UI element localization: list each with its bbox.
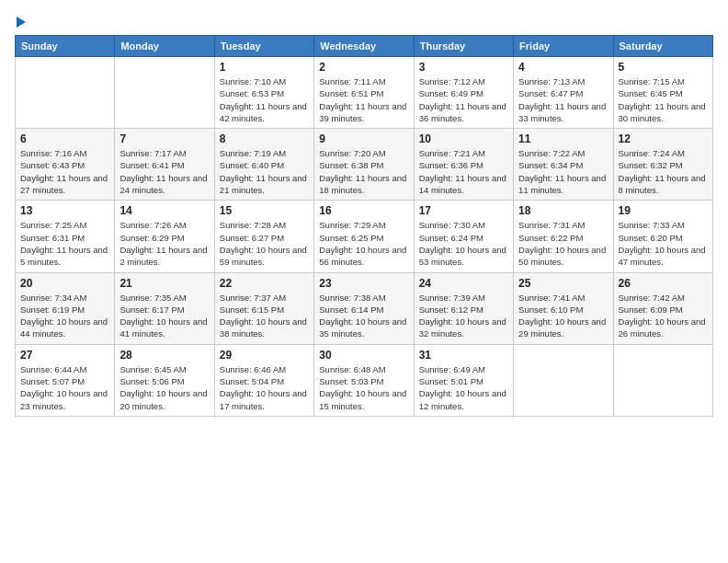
calendar-cell: 18Sunrise: 7:31 AM Sunset: 6:22 PM Dayli…	[514, 201, 613, 272]
calendar-cell: 6Sunrise: 7:16 AM Sunset: 6:43 PM Daylig…	[16, 129, 115, 201]
day-number: 9	[319, 132, 408, 145]
day-info: Sunrise: 7:13 AM Sunset: 6:47 PM Dayligh…	[518, 75, 608, 124]
day-info: Sunrise: 7:12 AM Sunset: 6:49 PM Dayligh…	[419, 75, 508, 124]
day-number: 21	[119, 277, 209, 290]
calendar-cell: 3Sunrise: 7:12 AM Sunset: 6:49 PM Daylig…	[414, 57, 513, 129]
day-info: Sunrise: 7:37 AM Sunset: 6:15 PM Dayligh…	[220, 292, 309, 340]
day-info: Sunrise: 7:21 AM Sunset: 6:36 PM Dayligh…	[419, 147, 508, 196]
calendar-cell: 23Sunrise: 7:38 AM Sunset: 6:14 PM Dayli…	[314, 272, 414, 344]
day-number: 24	[419, 277, 508, 290]
day-number: 31	[419, 349, 508, 362]
calendar-cell: 9Sunrise: 7:20 AM Sunset: 6:38 PM Daylig…	[314, 129, 414, 201]
day-number: 18	[518, 204, 608, 217]
day-info: Sunrise: 7:17 AM Sunset: 6:41 PM Dayligh…	[119, 147, 209, 196]
day-info: Sunrise: 7:38 AM Sunset: 6:14 PM Dayligh…	[319, 292, 408, 340]
calendar-cell: 19Sunrise: 7:33 AM Sunset: 6:20 PM Dayli…	[613, 201, 712, 272]
calendar-cell: 29Sunrise: 6:46 AM Sunset: 5:04 PM Dayli…	[214, 344, 313, 416]
day-info: Sunrise: 7:34 AM Sunset: 6:19 PM Dayligh…	[20, 292, 109, 340]
calendar-cell	[115, 57, 214, 129]
day-info: Sunrise: 7:20 AM Sunset: 6:38 PM Dayligh…	[319, 147, 408, 196]
day-info: Sunrise: 7:16 AM Sunset: 6:43 PM Dayligh…	[20, 147, 109, 196]
calendar-cell	[613, 344, 712, 416]
day-number: 22	[220, 277, 309, 290]
day-info: Sunrise: 6:48 AM Sunset: 5:03 PM Dayligh…	[319, 363, 408, 412]
calendar-header-saturday: Saturday	[613, 36, 712, 57]
calendar-cell: 25Sunrise: 7:41 AM Sunset: 6:10 PM Dayli…	[514, 272, 613, 344]
day-number: 25	[518, 277, 608, 290]
day-number: 13	[20, 204, 109, 217]
day-number: 5	[619, 61, 708, 74]
day-number: 7	[119, 132, 209, 145]
day-number: 19	[619, 204, 708, 217]
calendar-cell: 8Sunrise: 7:19 AM Sunset: 6:40 PM Daylig…	[214, 129, 313, 201]
calendar-header-monday: Monday	[115, 36, 214, 57]
calendar-cell: 4Sunrise: 7:13 AM Sunset: 6:47 PM Daylig…	[514, 57, 613, 129]
calendar-cell: 26Sunrise: 7:42 AM Sunset: 6:09 PM Dayli…	[613, 272, 712, 344]
calendar-cell: 7Sunrise: 7:17 AM Sunset: 6:41 PM Daylig…	[115, 129, 214, 201]
calendar-week-row: 27Sunrise: 6:44 AM Sunset: 5:07 PM Dayli…	[16, 344, 713, 416]
calendar-cell: 21Sunrise: 7:35 AM Sunset: 6:17 PM Dayli…	[115, 272, 214, 344]
day-info: Sunrise: 7:15 AM Sunset: 6:45 PM Dayligh…	[619, 75, 708, 124]
day-info: Sunrise: 7:41 AM Sunset: 6:10 PM Dayligh…	[518, 292, 608, 340]
calendar-cell: 31Sunrise: 6:49 AM Sunset: 5:01 PM Dayli…	[414, 344, 513, 416]
calendar-cell: 28Sunrise: 6:45 AM Sunset: 5:06 PM Dayli…	[115, 344, 214, 416]
day-number: 20	[20, 277, 109, 290]
calendar-week-row: 1Sunrise: 7:10 AM Sunset: 6:53 PM Daylig…	[16, 57, 713, 129]
day-number: 17	[419, 204, 508, 217]
day-info: Sunrise: 7:10 AM Sunset: 6:53 PM Dayligh…	[220, 75, 309, 124]
calendar-cell: 11Sunrise: 7:22 AM Sunset: 6:34 PM Dayli…	[514, 129, 613, 201]
day-number: 23	[319, 277, 408, 290]
calendar-cell: 30Sunrise: 6:48 AM Sunset: 5:03 PM Dayli…	[314, 344, 414, 416]
calendar-week-row: 6Sunrise: 7:16 AM Sunset: 6:43 PM Daylig…	[16, 129, 713, 201]
day-info: Sunrise: 7:26 AM Sunset: 6:29 PM Dayligh…	[119, 219, 209, 268]
page-header	[15, 15, 713, 28]
calendar-header-wednesday: Wednesday	[314, 36, 414, 57]
day-info: Sunrise: 6:46 AM Sunset: 5:04 PM Dayligh…	[220, 363, 309, 412]
day-number: 11	[518, 132, 608, 145]
calendar-cell: 24Sunrise: 7:39 AM Sunset: 6:12 PM Dayli…	[414, 272, 513, 344]
day-info: Sunrise: 7:33 AM Sunset: 6:20 PM Dayligh…	[619, 219, 708, 268]
day-number: 26	[619, 277, 708, 290]
day-info: Sunrise: 7:39 AM Sunset: 6:12 PM Dayligh…	[419, 292, 508, 340]
day-number: 3	[419, 61, 508, 74]
calendar-cell: 16Sunrise: 7:29 AM Sunset: 6:25 PM Dayli…	[314, 201, 414, 272]
day-info: Sunrise: 6:49 AM Sunset: 5:01 PM Dayligh…	[419, 363, 508, 412]
day-number: 10	[419, 132, 508, 145]
day-info: Sunrise: 7:31 AM Sunset: 6:22 PM Dayligh…	[518, 219, 608, 268]
day-number: 16	[319, 204, 408, 217]
day-info: Sunrise: 6:44 AM Sunset: 5:07 PM Dayligh…	[20, 363, 109, 412]
calendar-header-row: SundayMondayTuesdayWednesdayThursdayFrid…	[16, 36, 713, 57]
day-number: 4	[518, 61, 608, 74]
calendar-header-sunday: Sunday	[16, 36, 115, 57]
calendar-header-friday: Friday	[514, 36, 613, 57]
calendar-cell: 14Sunrise: 7:26 AM Sunset: 6:29 PM Dayli…	[115, 201, 214, 272]
calendar-cell: 5Sunrise: 7:15 AM Sunset: 6:45 PM Daylig…	[613, 57, 712, 129]
day-info: Sunrise: 7:30 AM Sunset: 6:24 PM Dayligh…	[419, 219, 508, 268]
calendar-cell: 12Sunrise: 7:24 AM Sunset: 6:32 PM Dayli…	[613, 129, 712, 201]
day-info: Sunrise: 7:24 AM Sunset: 6:32 PM Dayligh…	[619, 147, 708, 196]
calendar-cell: 1Sunrise: 7:10 AM Sunset: 6:53 PM Daylig…	[214, 57, 313, 129]
day-info: Sunrise: 7:19 AM Sunset: 6:40 PM Dayligh…	[220, 147, 309, 196]
day-number: 6	[20, 132, 109, 145]
calendar-cell: 27Sunrise: 6:44 AM Sunset: 5:07 PM Dayli…	[16, 344, 115, 416]
calendar-cell	[16, 57, 115, 129]
day-info: Sunrise: 7:25 AM Sunset: 6:31 PM Dayligh…	[20, 219, 109, 268]
calendar-cell: 15Sunrise: 7:28 AM Sunset: 6:27 PM Dayli…	[214, 201, 313, 272]
day-info: Sunrise: 7:22 AM Sunset: 6:34 PM Dayligh…	[518, 147, 608, 196]
day-number: 12	[619, 132, 708, 145]
calendar-cell: 20Sunrise: 7:34 AM Sunset: 6:19 PM Dayli…	[16, 272, 115, 344]
day-number: 27	[20, 349, 109, 362]
day-info: Sunrise: 7:29 AM Sunset: 6:25 PM Dayligh…	[319, 219, 408, 268]
calendar-cell: 22Sunrise: 7:37 AM Sunset: 6:15 PM Dayli…	[214, 272, 313, 344]
calendar-cell: 10Sunrise: 7:21 AM Sunset: 6:36 PM Dayli…	[414, 129, 513, 201]
day-number: 29	[220, 349, 309, 362]
calendar-cell: 17Sunrise: 7:30 AM Sunset: 6:24 PM Dayli…	[414, 201, 513, 272]
day-info: Sunrise: 7:11 AM Sunset: 6:51 PM Dayligh…	[319, 75, 408, 124]
calendar-header-thursday: Thursday	[414, 36, 513, 57]
day-number: 14	[119, 204, 209, 217]
day-number: 30	[319, 349, 408, 362]
calendar-cell: 13Sunrise: 7:25 AM Sunset: 6:31 PM Dayli…	[16, 201, 115, 272]
day-info: Sunrise: 7:28 AM Sunset: 6:27 PM Dayligh…	[220, 219, 309, 268]
calendar-cell: 2Sunrise: 7:11 AM Sunset: 6:51 PM Daylig…	[314, 57, 414, 129]
calendar-header-tuesday: Tuesday	[214, 36, 313, 57]
